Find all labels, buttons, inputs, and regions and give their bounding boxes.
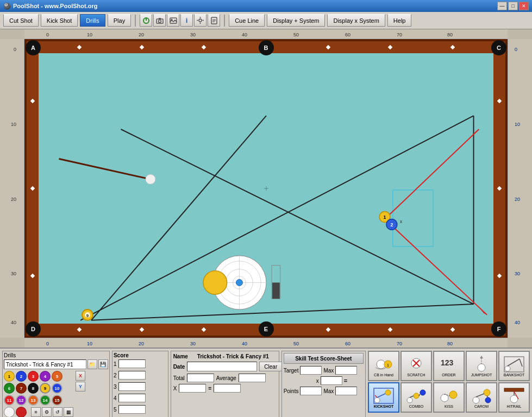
x-input[interactable] <box>179 384 206 393</box>
cut-shot-button[interactable]: Cut Shot <box>3 14 39 27</box>
gear-icon[interactable] <box>194 14 206 27</box>
x-button[interactable]: X <box>76 371 85 381</box>
pocket-e: E <box>259 321 274 337</box>
target-input[interactable] <box>300 366 322 375</box>
ball-14[interactable]: 14 <box>40 395 51 406</box>
image-icon[interactable] <box>167 14 179 27</box>
document-icon[interactable] <box>208 14 220 27</box>
skill-x-row: x = <box>284 376 364 385</box>
kick-shot-button[interactable]: Kick Shot <box>41 14 78 27</box>
display-x-system-button[interactable]: Display x System <box>327 14 385 27</box>
jumpshot-button[interactable]: JUMPSHOT <box>466 351 497 381</box>
ball-7[interactable]: 7 <box>16 383 27 394</box>
maximize-button[interactable]: □ <box>508 2 518 10</box>
table-area: 0 10 20 30 40 50 60 70 80 0 10 20 30 40 … <box>0 29 532 348</box>
score-input-1[interactable] <box>118 359 146 368</box>
svg-line-89 <box>377 394 385 397</box>
minimize-button[interactable]: — <box>497 2 507 10</box>
result-input[interactable] <box>214 384 241 393</box>
drill-name-input[interactable] <box>4 359 86 369</box>
drills-button[interactable]: Drills <box>80 14 105 27</box>
play-button[interactable]: Play <box>108 14 131 27</box>
ball-13[interactable]: 13 <box>28 395 39 406</box>
svg-text:40: 40 <box>515 320 520 325</box>
ball-15[interactable]: 15 <box>52 395 62 406</box>
ball-4[interactable]: 4 <box>40 371 51 382</box>
score-input-5[interactable] <box>118 405 146 414</box>
toolbar-separator-2 <box>224 15 225 27</box>
max2-input[interactable] <box>335 387 357 395</box>
y-button[interactable]: Y <box>76 382 85 391</box>
svg-text:20: 20 <box>11 197 16 202</box>
total-row: Total Average <box>173 374 277 382</box>
ball-11[interactable]: 11 <box>4 395 15 406</box>
info-icon[interactable]: i <box>180 14 193 27</box>
svg-text:60: 60 <box>345 341 351 346</box>
svg-text:80: 80 <box>447 32 453 37</box>
svg-line-85 <box>520 359 522 367</box>
playing-surface[interactable] <box>39 53 493 324</box>
ball-2[interactable]: 2 <box>16 371 27 382</box>
ball-9[interactable]: 9 <box>40 383 51 394</box>
skill-test-button[interactable]: Skill Test Score-Sheet <box>284 353 364 364</box>
kiss-button[interactable]: KISS <box>433 382 465 413</box>
drill-list-icon[interactable]: ≡ <box>31 407 41 417</box>
carom-button[interactable]: CAROM <box>466 382 497 413</box>
total-input[interactable] <box>187 374 214 382</box>
score-input-3[interactable] <box>118 382 146 391</box>
bankshot-button[interactable]: BANKSHOT <box>498 351 530 381</box>
ball-3[interactable]: 3 <box>28 371 39 382</box>
score-input-2[interactable] <box>118 371 146 380</box>
cb-in-hand-button[interactable]: 1 CB in Hand <box>368 351 399 381</box>
cue-ball[interactable] <box>4 407 15 417</box>
ball-row-3: 11 12 13 14 15 <box>4 395 73 406</box>
ruler-left-svg: 0 10 20 30 40 <box>0 39 24 338</box>
ball-1[interactable]: 1 <box>4 371 15 382</box>
svg-text:0: 0 <box>515 47 517 52</box>
svg-point-93 <box>420 390 425 395</box>
date-input[interactable] <box>187 362 257 371</box>
pocket-d: D <box>26 321 41 337</box>
drills-section: Drills 📁 💾 1 2 3 4 5 6 7 <box>2 351 110 417</box>
drill-config-icon[interactable]: ⚙ <box>42 407 52 417</box>
camera-icon[interactable] <box>153 14 166 27</box>
drill-folder-button[interactable]: 📁 <box>87 359 97 369</box>
bankshot-label: BANKSHOT <box>504 373 525 377</box>
cue-line-button[interactable]: Cue Line <box>229 14 265 27</box>
red-ball[interactable] <box>16 407 27 417</box>
svg-text:30: 30 <box>515 271 520 276</box>
clear-button[interactable]: Clear <box>259 362 282 371</box>
hitrail-button[interactable]: HITRAIL <box>498 382 530 413</box>
skill-x-input[interactable] <box>321 376 342 385</box>
display-plus-system-button[interactable]: Display + System <box>267 14 325 27</box>
drill-save-button[interactable]: 💾 <box>98 359 108 369</box>
svg-text:20: 20 <box>515 197 520 202</box>
ball-8[interactable]: 8 <box>28 383 39 394</box>
ball-12[interactable]: 12 <box>16 395 27 406</box>
average-input[interactable] <box>239 374 266 382</box>
svg-text:50: 50 <box>293 32 299 37</box>
drill-color-icon[interactable]: ▦ <box>64 407 73 417</box>
pool-table[interactable]: A B C D E F <box>24 39 508 338</box>
drill-rotate-icon[interactable]: ↺ <box>53 407 62 417</box>
ball-5[interactable]: 5 <box>52 371 62 382</box>
ball-6[interactable]: 6 <box>4 383 15 394</box>
score-input-4[interactable] <box>118 394 146 402</box>
power-icon[interactable] <box>140 14 152 27</box>
ball-10[interactable]: 10 <box>52 383 62 394</box>
equals-sign: = <box>208 386 211 391</box>
close-button[interactable]: ✕ <box>519 2 529 10</box>
scratch-button[interactable]: SCRATCH <box>400 351 432 381</box>
svg-line-103 <box>487 396 488 397</box>
svg-text:40: 40 <box>11 320 16 325</box>
pocket-f-label: F <box>497 326 501 332</box>
shot-types-row-1: 1 CB in Hand SCRATCH 123 ORDER <box>368 351 530 381</box>
help-button[interactable]: Help <box>387 14 412 27</box>
kickshot-button[interactable]: KICKSHOT <box>368 382 399 413</box>
svg-text:50: 50 <box>293 341 299 346</box>
max-input[interactable] <box>335 366 357 375</box>
points-input[interactable] <box>300 387 322 395</box>
svg-point-87 <box>374 397 380 403</box>
combo-button[interactable]: COMBO <box>400 382 432 413</box>
order-button[interactable]: 123 ORDER <box>433 351 465 381</box>
